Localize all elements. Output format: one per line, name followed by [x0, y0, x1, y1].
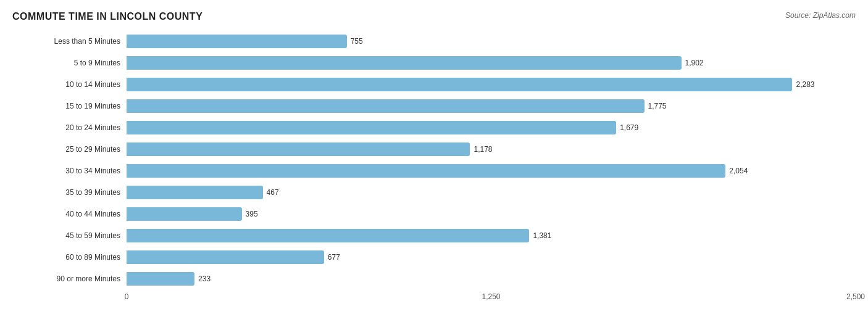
bar-track: 2,283 [127, 78, 856, 91]
bar-label: 15 to 19 Minutes [12, 102, 127, 110]
bar-row: 15 to 19 Minutes1,775 [12, 96, 856, 116]
chart-title: COMMUTE TIME IN LINCOLN COUNTY [12, 11, 202, 22]
bar-value: 1,902 [685, 59, 704, 67]
bar-label: 25 to 29 Minutes [12, 145, 127, 154]
bar-label: 45 to 59 Minutes [12, 231, 127, 240]
bar-track: 2,054 [127, 164, 856, 178]
bar-value: 2,054 [729, 167, 748, 175]
bar-fill: 395 [127, 207, 242, 221]
bar-track: 755 [127, 35, 856, 48]
bar-value: 677 [328, 253, 340, 262]
chart-body: Less than 5 Minutes7555 to 9 Minutes1,90… [12, 31, 856, 305]
bar-value: 395 [246, 210, 258, 218]
bar-fill: 677 [127, 250, 324, 264]
bar-row: 30 to 34 Minutes2,054 [12, 160, 856, 181]
bar-label: 60 to 89 Minutes [12, 253, 127, 262]
bar-track: 233 [127, 272, 856, 286]
chart-container: COMMUTE TIME IN LINCOLN COUNTY Source: Z… [0, 0, 868, 322]
bar-track: 1,902 [127, 56, 856, 70]
bar-fill: 1,775 [127, 99, 645, 113]
bar-label: Less than 5 Minutes [12, 37, 127, 46]
bar-row: 5 to 9 Minutes1,902 [12, 52, 856, 73]
x-tick: 0 [125, 292, 129, 301]
chart-header: COMMUTE TIME IN LINCOLN COUNTY Source: Z… [12, 11, 856, 22]
bar-fill: 2,283 [127, 78, 792, 91]
bar-fill: 1,381 [127, 229, 529, 242]
bar-row: 90 or more Minutes233 [12, 268, 856, 289]
bar-label: 30 to 34 Minutes [12, 167, 127, 175]
bar-track: 677 [127, 250, 856, 264]
x-tick: 2,500 [846, 292, 865, 301]
x-tick: 1,250 [482, 292, 500, 301]
bar-label: 40 to 44 Minutes [12, 210, 127, 218]
bar-value: 233 [198, 275, 211, 283]
bar-row: 20 to 24 Minutes1,679 [12, 117, 856, 138]
bar-value: 467 [267, 188, 279, 197]
bar-label: 5 to 9 Minutes [12, 59, 127, 67]
bar-fill: 755 [127, 35, 347, 48]
bar-row: 40 to 44 Minutes395 [12, 204, 856, 224]
bar-row: 10 to 14 Minutes2,283 [12, 74, 856, 94]
bar-fill: 467 [127, 186, 263, 199]
bar-track: 395 [127, 207, 856, 221]
bar-track: 1,679 [127, 121, 856, 134]
bar-value: 1,679 [620, 123, 638, 132]
bar-value: 1,775 [648, 102, 667, 110]
bar-track: 1,775 [127, 99, 856, 113]
bar-row: Less than 5 Minutes755 [12, 31, 856, 51]
bar-label: 90 or more Minutes [12, 275, 127, 283]
bar-track: 1,178 [127, 142, 856, 156]
bar-row: 35 to 39 Minutes467 [12, 182, 856, 202]
chart-source: Source: ZipAtlas.com [785, 11, 856, 20]
bar-fill: 1,679 [127, 121, 616, 134]
bar-label: 20 to 24 Minutes [12, 123, 127, 132]
bar-track: 1,381 [127, 229, 856, 242]
bar-label: 10 to 14 Minutes [12, 80, 127, 89]
bar-fill: 1,902 [127, 56, 682, 70]
bar-value: 1,381 [533, 231, 551, 240]
x-axis-inner: 01,2502,500 [127, 292, 856, 305]
bar-value: 2,283 [796, 80, 814, 89]
bar-label: 35 to 39 Minutes [12, 188, 127, 197]
bar-fill: 1,178 [127, 142, 470, 156]
bar-value: 1,178 [474, 145, 492, 154]
bar-fill: 2,054 [127, 164, 725, 178]
bar-row: 60 to 89 Minutes677 [12, 247, 856, 267]
bar-value: 755 [351, 37, 363, 46]
bar-fill: 233 [127, 272, 194, 286]
bar-track: 467 [127, 186, 856, 199]
bars-container: Less than 5 Minutes7555 to 9 Minutes1,90… [12, 31, 856, 289]
bar-row: 45 to 59 Minutes1,381 [12, 225, 856, 246]
x-axis: 01,2502,500 [12, 292, 856, 305]
bar-row: 25 to 29 Minutes1,178 [12, 139, 856, 159]
